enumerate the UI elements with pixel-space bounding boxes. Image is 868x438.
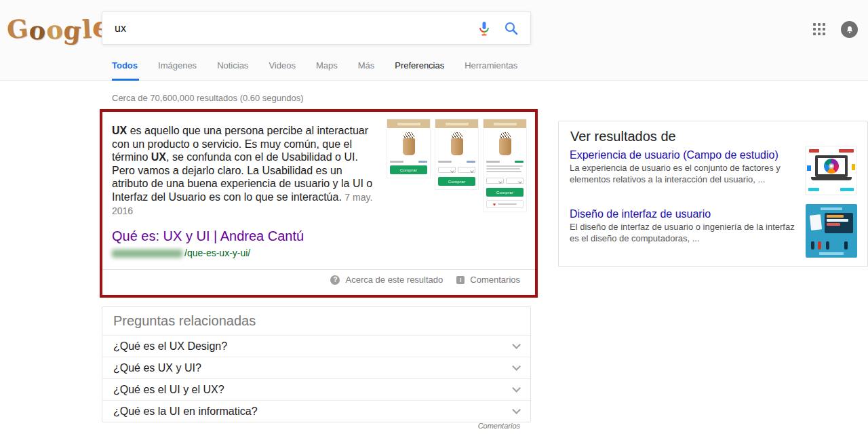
tab-preferencias[interactable]: Preferencias (395, 60, 444, 79)
name-price-row (484, 159, 526, 165)
snippet-bold-term: UX (112, 125, 127, 136)
tab-videos[interactable]: Videos (269, 60, 296, 79)
chevron-down-icon (512, 362, 521, 371)
thumb-label (808, 188, 819, 191)
active-tab-underline (112, 79, 139, 81)
buy-button: Comprar (438, 177, 475, 186)
logo-letter: G (5, 14, 30, 45)
illustration-monitor (825, 213, 853, 233)
illustration-person (826, 241, 829, 250)
related-questions-card: Preguntas relacionadas ¿Qué es el UX Des… (102, 306, 531, 422)
snippet-footer-divider (102, 269, 535, 270)
feedback-flag-icon[interactable]: ! (456, 276, 465, 284)
laptop-screen (815, 155, 848, 177)
color-wheel (824, 159, 839, 174)
about-result-question-icon[interactable]: ? (330, 275, 340, 285)
panel-link-experiencia[interactable]: Experiencia de usuario (Campo de estudio… (570, 149, 778, 161)
snippet-footer: ? Acerca de este resultado ! Comentarios (330, 275, 520, 285)
blurred-domain (112, 250, 182, 258)
product-card: Comprar ♥ (483, 119, 527, 212)
search-icon[interactable] (503, 20, 519, 37)
search-box (102, 12, 531, 45)
tab-todos[interactable]: Todos (112, 60, 138, 79)
illustration-person (844, 241, 848, 250)
chevron-down-icon (512, 405, 521, 414)
snippet-text: UX es aquello que una persona percibe al… (112, 124, 375, 218)
option-selects-row (435, 165, 478, 177)
isometric-ui-illustration-thumbnail[interactable] (806, 204, 857, 258)
logo-letter: o (45, 14, 65, 45)
tab-noticias[interactable]: Noticias (217, 60, 248, 79)
google-doodle-logo[interactable]: Google (7, 12, 111, 45)
result-url: /que-es-ux-y-ui/ (112, 247, 250, 258)
thumb-label (840, 188, 854, 191)
knowledge-panel: Ver resultados de Experiencia de usuario… (558, 121, 868, 267)
question-row-ux-y-ui[interactable]: ¿Qué es UX y UI? (102, 357, 530, 378)
description-lines (484, 165, 526, 176)
tab-imagenes[interactable]: Imágenes (158, 60, 197, 79)
url-path: /que-es-ux-y-ui/ (184, 247, 250, 258)
illustration-person (811, 241, 814, 250)
logo-letter: o (28, 15, 47, 46)
tab-maps[interactable]: Maps (316, 60, 338, 79)
logo-letter: g (62, 15, 83, 46)
chevron-down-icon (512, 384, 521, 393)
illustration-page (810, 214, 822, 231)
results-tab-bar: Todos Imágenes Noticias Videos Maps Más … (112, 60, 517, 79)
panel-description: La experiencia de usuario es el conjunto… (570, 162, 800, 185)
apps-grid-icon[interactable] (813, 23, 825, 35)
card-header-bar (484, 119, 526, 128)
thumb-label (807, 165, 811, 171)
card-header-bar (435, 119, 478, 128)
question-label: ¿Qué es el UI y el UX? (113, 384, 224, 396)
question-row-ui-informatica[interactable]: ¿Qué es la UI en informatica? (102, 400, 530, 422)
thumb-label (839, 149, 854, 153)
illustration-text-bar (821, 207, 842, 210)
result-title-link[interactable]: Qué es: UX y UI | Andrea Cantú (112, 228, 304, 244)
question-label: ¿Qué es UX y UI? (113, 362, 201, 374)
featured-snippet-annotated: UX es aquello que una persona percibe al… (100, 109, 538, 298)
snippet-bold-term: UX (151, 151, 166, 163)
chevron-down-icon (512, 340, 521, 349)
tab-mas[interactable]: Más (358, 60, 375, 79)
question-label: ¿Qué es la UI en informatica? (113, 405, 258, 418)
about-result-link[interactable]: Acerca de este resultado (345, 275, 443, 285)
name-price-row (387, 159, 430, 165)
option-selects-row (484, 176, 526, 188)
product-card: Comprar (435, 119, 479, 190)
question-row-ui-y-ux[interactable]: ¿Qué es el UI y el UX? (102, 378, 530, 400)
favorite-button: ♥ (486, 200, 524, 208)
laptop-color-wheel-thumbnail[interactable] (805, 146, 857, 195)
buy-button: Comprar (486, 188, 524, 197)
coffee-cup-image (387, 128, 430, 159)
search-input[interactable] (115, 12, 454, 44)
coffee-cup-image (484, 128, 526, 159)
question-label: ¿Qué es el UX Design? (113, 340, 227, 353)
thumb-label (809, 149, 819, 153)
question-row-ux-design[interactable]: ¿Qué es el UX Design? (102, 335, 530, 357)
microphone-icon[interactable] (476, 20, 492, 37)
illustration-person (818, 241, 821, 250)
results-stats: Cerca de 70,600,000 resultados (0.60 seg… (112, 93, 304, 103)
buy-button: Comprar (390, 165, 427, 174)
tab-herramientas[interactable]: Herramientas (465, 60, 517, 79)
feedback-link[interactable]: Comentarios (470, 275, 520, 285)
card-header-bar (387, 119, 430, 128)
product-card: Comprar (387, 119, 431, 178)
panel-link-diseno[interactable]: Diseño de interfaz de usuario (570, 208, 711, 220)
thumb-label (852, 164, 855, 170)
heart-icon: ♥ (493, 202, 496, 207)
panel-title: Ver resultados de (570, 129, 676, 144)
questions-feedback-link[interactable]: Comentarios (102, 422, 520, 430)
notification-bell-icon[interactable] (841, 21, 858, 38)
laptop-base (811, 177, 852, 180)
snippet-image-product-cards[interactable]: Comprar Comprar Comprar ♥ (387, 119, 530, 220)
coffee-cup-image (435, 128, 478, 159)
illustration-text-bar (819, 252, 844, 255)
header: Google (0, 0, 868, 81)
panel-description: El diseño de interfaz de usuario o ingen… (570, 221, 806, 244)
related-questions-title: Preguntas relacionadas (102, 307, 530, 335)
google-search-results-page: Google (0, 0, 868, 438)
name-price-row (435, 159, 478, 165)
